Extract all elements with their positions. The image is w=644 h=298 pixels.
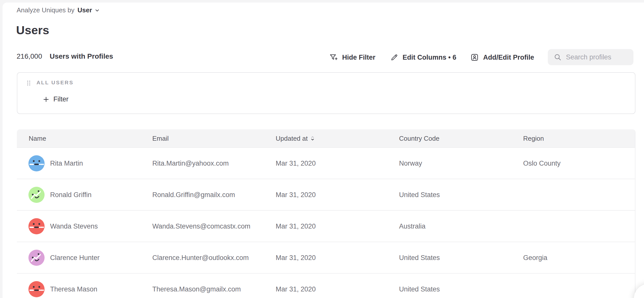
table-row[interactable]: Rita Martin Rita.Martin@yahoox.com Mar 3… bbox=[17, 148, 635, 179]
table-header-row: Name Email Updated at Country Code Regio… bbox=[17, 129, 635, 148]
user-region: Oslo County bbox=[523, 159, 561, 167]
user-email: Clarence.Hunter@outlookx.com bbox=[152, 254, 249, 262]
analyze-uniques-value: User bbox=[78, 6, 92, 14]
search-profiles-box bbox=[548, 49, 633, 65]
sort-icon bbox=[310, 136, 315, 141]
column-header-email: Email bbox=[152, 134, 169, 142]
user-email: Ronald.Griffin@gmailx.com bbox=[152, 191, 235, 199]
user-avatar-icon bbox=[28, 281, 45, 297]
user-country-code: United States bbox=[399, 191, 440, 199]
profile-card-icon bbox=[470, 53, 479, 62]
column-header-country-code: Country Code bbox=[399, 134, 439, 142]
chevron-down-icon bbox=[94, 8, 100, 13]
table-row[interactable]: Ronald Griffin Ronald.Griffin@gmailx.com… bbox=[17, 179, 635, 210]
user-updated-at: Mar 31, 2020 bbox=[276, 191, 316, 199]
user-count: 216,000 bbox=[17, 52, 42, 60]
user-updated-at: Mar 31, 2020 bbox=[276, 285, 316, 293]
user-country-code: United States bbox=[399, 285, 440, 293]
user-name: Ronald Griffin bbox=[50, 191, 92, 199]
search-icon bbox=[554, 53, 561, 61]
add-filter-label: Filter bbox=[53, 95, 68, 103]
column-header-region: Region bbox=[523, 134, 544, 142]
user-updated-at: Mar 31, 2020 bbox=[276, 254, 316, 262]
user-email: Rita.Martin@yahoox.com bbox=[152, 159, 229, 167]
user-region: Georgia bbox=[523, 254, 547, 262]
user-count-row: 216,000 Users with Profiles bbox=[17, 52, 113, 60]
add-filter-button[interactable]: Filter bbox=[43, 95, 68, 103]
table-body: Rita Martin Rita.Martin@yahoox.com Mar 3… bbox=[17, 148, 635, 298]
add-edit-profile-button[interactable]: Add/Edit Profile bbox=[470, 49, 534, 65]
table-row[interactable]: Clarence Hunter Clarence.Hunter@outlookx… bbox=[17, 242, 635, 273]
user-updated-at: Mar 31, 2020 bbox=[276, 159, 316, 167]
users-table: Name Email Updated at Country Code Regio… bbox=[17, 129, 635, 298]
table-row[interactable]: Wanda Stevens Wanda.Stevens@comcastx.com… bbox=[17, 210, 635, 242]
page-title: Users bbox=[16, 23, 49, 37]
user-country-code: Australia bbox=[399, 222, 425, 230]
user-avatar-icon bbox=[28, 187, 45, 203]
drag-handle-icon[interactable] bbox=[26, 80, 31, 86]
user-country-code: Norway bbox=[399, 159, 422, 167]
hide-filter-button[interactable]: Hide Filter bbox=[329, 49, 375, 65]
user-name: Wanda Stevens bbox=[50, 222, 98, 230]
user-name: Clarence Hunter bbox=[50, 254, 100, 262]
user-country-code: United States bbox=[399, 254, 440, 262]
edit-columns-label: Edit Columns • 6 bbox=[403, 54, 456, 61]
user-avatar-icon bbox=[28, 155, 45, 171]
user-email: Theresa.Mason@gmailx.com bbox=[152, 285, 241, 293]
user-avatar-icon bbox=[28, 218, 45, 234]
analyze-uniques-label: Analyze Uniques by bbox=[17, 6, 75, 14]
filter-group-label: ALL USERS bbox=[37, 80, 74, 86]
table-row[interactable]: Theresa Mason Theresa.Mason@gmailx.com M… bbox=[17, 273, 635, 298]
hide-filter-label: Hide Filter bbox=[342, 54, 375, 61]
filter-panel: ALL USERS Filter bbox=[17, 72, 635, 114]
edit-columns-button[interactable]: Edit Columns • 6 bbox=[390, 49, 456, 65]
user-updated-at: Mar 31, 2020 bbox=[276, 222, 316, 230]
pencil-icon bbox=[390, 53, 398, 61]
analyze-uniques-row: Analyze Uniques by User bbox=[17, 6, 100, 14]
user-count-label: Users with Profiles bbox=[50, 52, 113, 60]
user-name: Rita Martin bbox=[50, 159, 83, 167]
user-name: Theresa Mason bbox=[50, 285, 97, 293]
user-email: Wanda.Stevens@comcastx.com bbox=[152, 222, 251, 230]
column-header-updated-at[interactable]: Updated at bbox=[276, 134, 315, 142]
add-edit-profile-label: Add/Edit Profile bbox=[483, 54, 534, 61]
column-header-name: Name bbox=[29, 134, 46, 142]
search-profiles-input[interactable] bbox=[565, 53, 633, 61]
funnel-plus-icon bbox=[329, 53, 338, 62]
analyze-uniques-dropdown[interactable]: User bbox=[78, 6, 100, 14]
plus-icon bbox=[43, 96, 50, 103]
user-avatar-icon bbox=[28, 250, 45, 266]
